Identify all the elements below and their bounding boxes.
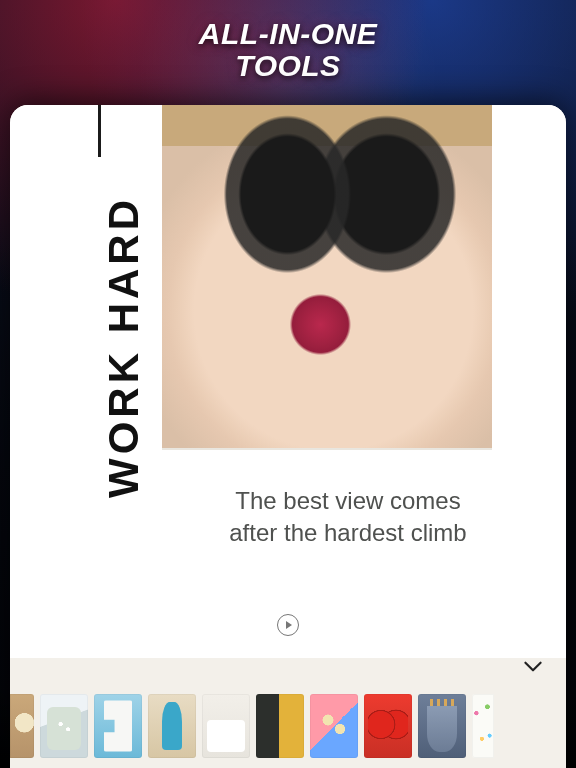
template-thumb[interactable]: [40, 694, 88, 758]
template-thumb[interactable]: [10, 694, 34, 758]
banner-line-2: TOOLS: [0, 50, 576, 82]
banner-line-1: ALL-IN-ONE: [0, 18, 576, 50]
main-photo[interactable]: [162, 105, 492, 450]
template-tray[interactable]: [10, 684, 566, 768]
template-thumb[interactable]: [94, 694, 142, 758]
play-icon: [286, 621, 292, 629]
play-button[interactable]: [277, 614, 299, 636]
chevron-down-icon: [520, 654, 546, 680]
editor-surface: WORK HARD The best view comes after the …: [10, 105, 566, 768]
template-thumb[interactable]: [364, 694, 412, 758]
promo-banner-title: ALL-IN-ONE TOOLS: [0, 18, 576, 81]
quote-line-2: after the hardest climb: [229, 519, 466, 546]
quote-line-1: The best view comes: [235, 487, 460, 514]
vertical-headline[interactable]: WORK HARD: [100, 196, 148, 498]
template-thumb[interactable]: [418, 694, 466, 758]
collapse-tray-button[interactable]: [520, 654, 546, 680]
template-thumb[interactable]: [472, 694, 494, 758]
template-thumb[interactable]: [202, 694, 250, 758]
template-thumb[interactable]: [148, 694, 196, 758]
template-thumb[interactable]: [310, 694, 358, 758]
photo-placeholder-image: [162, 105, 492, 448]
template-accent-bar: [98, 105, 101, 157]
template-thumb[interactable]: [256, 694, 304, 758]
design-canvas[interactable]: WORK HARD The best view comes after the …: [10, 105, 566, 658]
vertical-headline-wrap: WORK HARD: [100, 196, 148, 498]
quote-text[interactable]: The best view comes after the hardest cl…: [190, 485, 506, 550]
